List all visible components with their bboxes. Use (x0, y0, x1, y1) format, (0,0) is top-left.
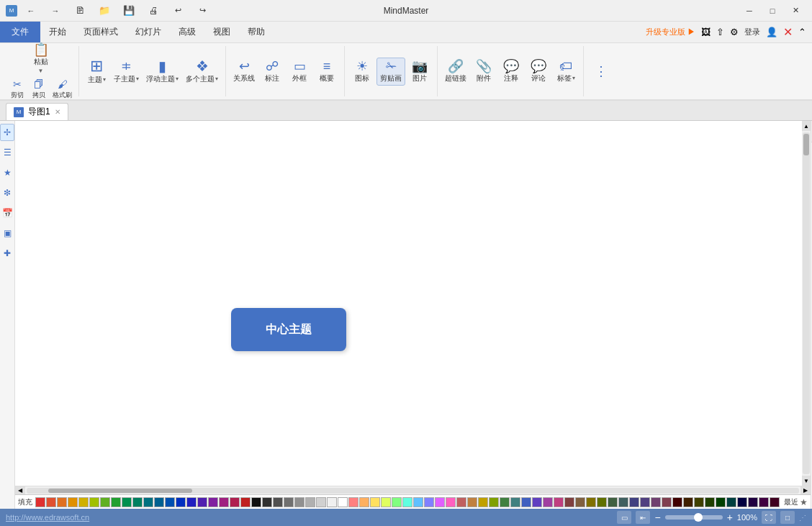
fit-page-button[interactable]: ▭ (617, 511, 631, 524)
palette-color-swatch[interactable] (370, 497, 380, 507)
scroll-down-button[interactable]: ▼ (802, 476, 811, 486)
palette-color-swatch[interactable] (208, 497, 218, 507)
palette-color-swatch[interactable] (284, 497, 294, 507)
palette-color-swatch[interactable] (446, 497, 456, 507)
close-button[interactable]: ✕ (785, 3, 806, 19)
more-button[interactable]: ⋮ (588, 63, 614, 79)
multi-theme-button[interactable]: ❖ 多个主题 ▾ (183, 58, 221, 86)
palette-color-swatch[interactable] (327, 497, 337, 507)
palette-color-swatch[interactable] (338, 497, 348, 507)
palette-color-swatch[interactable] (500, 497, 510, 507)
palette-color-swatch[interactable] (510, 497, 520, 507)
back-button[interactable]: ← (20, 3, 42, 19)
flower-tool-button[interactable]: ❇ (0, 184, 14, 201)
palette-color-swatch[interactable] (737, 497, 747, 507)
undo-button[interactable]: ↩ (167, 3, 189, 19)
palette-color-swatch[interactable] (694, 497, 704, 507)
palette-color-swatch[interactable] (240, 497, 251, 507)
window-view-button[interactable]: □ (780, 511, 795, 524)
expand-icon[interactable]: ⌃ (798, 27, 806, 37)
menu-file[interactable]: 文件 (0, 22, 40, 42)
menu-help[interactable]: 帮助 (239, 22, 274, 42)
table-tool-button[interactable]: ✚ (0, 245, 14, 262)
palette-color-swatch[interactable] (132, 497, 143, 507)
palette-color-swatch[interactable] (662, 497, 672, 507)
palette-color-swatch[interactable] (154, 497, 164, 507)
menu-page-format[interactable]: 页面样式 (75, 22, 127, 42)
select-tool-button[interactable]: ✢ (0, 124, 14, 141)
minimize-button[interactable]: ─ (739, 3, 760, 19)
status-link[interactable]: http://www.edrawsoft.cn (6, 513, 89, 522)
float-theme-button[interactable]: ▮ 浮动主题 ▾ (143, 58, 181, 86)
palette-color-swatch[interactable] (716, 497, 726, 507)
comment-button[interactable]: 💬 注释 (498, 58, 524, 85)
login-button[interactable]: 登录 (744, 27, 760, 37)
palette-color-swatch[interactable] (521, 497, 531, 507)
hyperlink-button[interactable]: 🔗 超链接 (442, 58, 469, 85)
palette-color-swatch[interactable] (46, 497, 56, 507)
attachment-button[interactable]: 📎 附件 (471, 58, 497, 85)
outer-frame-button[interactable]: ▭ 外框 (287, 58, 312, 85)
palette-color-swatch[interactable] (543, 497, 553, 507)
menu-home[interactable]: 开始 (40, 22, 75, 42)
copy-button[interactable]: 🗍 拷贝 (29, 77, 49, 101)
relation-button[interactable]: ↩ 关系线 (230, 58, 258, 85)
center-topic[interactable]: 中心主题 (231, 308, 346, 351)
palette-color-swatch[interactable] (35, 497, 45, 507)
palette-color-swatch[interactable] (456, 497, 466, 507)
tab-close-button[interactable]: ✕ (55, 108, 60, 116)
resize-handle[interactable]: ⋰ (799, 514, 806, 522)
h-scroll-track[interactable] (27, 488, 799, 494)
palette-color-swatch[interactable] (629, 497, 639, 507)
palette-color-swatch[interactable] (111, 497, 121, 507)
format-brush-button[interactable]: 🖌 格式刷 (50, 77, 74, 101)
menu-advanced[interactable]: 高级 (170, 22, 204, 42)
palette-color-swatch[interactable] (705, 497, 715, 507)
gallery-icon[interactable]: 🖼 (701, 27, 710, 37)
palette-color-swatch[interactable] (186, 497, 197, 507)
palette-color-swatch[interactable] (759, 497, 769, 507)
palette-color-swatch[interactable] (316, 497, 326, 507)
fullscreen-button[interactable]: ⛶ (762, 511, 776, 524)
palette-color-swatch[interactable] (219, 497, 229, 507)
palette-color-swatch[interactable] (608, 497, 618, 507)
menu-view[interactable]: 视图 (204, 22, 239, 42)
save-button[interactable]: 💾 (118, 3, 140, 19)
scroll-right-button[interactable]: ▶ (800, 486, 811, 495)
palette-color-swatch[interactable] (348, 497, 358, 507)
summary-button[interactable]: ≡ 概要 (314, 58, 340, 85)
list-tool-button[interactable]: ☰ (0, 144, 14, 161)
palette-star-icon[interactable]: ★ (800, 497, 808, 507)
cut-button[interactable]: ✂ 剪切 (7, 77, 27, 101)
palette-color-swatch[interactable] (586, 497, 596, 507)
palette-color-swatch[interactable] (230, 497, 240, 507)
palette-color-swatch[interactable] (122, 497, 132, 507)
palette-color-swatch[interactable] (165, 497, 175, 507)
print-button[interactable]: 🖨 (143, 3, 164, 19)
scroll-left-button[interactable]: ◀ (15, 486, 25, 495)
maximize-button[interactable]: □ (762, 3, 783, 19)
tab-diagram1[interactable]: M 导图1 ✕ (6, 103, 68, 120)
palette-color-swatch[interactable] (305, 497, 315, 507)
palette-color-swatch[interactable] (294, 497, 304, 507)
palette-color-swatch[interactable] (273, 497, 283, 507)
palette-color-swatch[interactable] (100, 497, 110, 507)
review-button[interactable]: 💬 评论 (525, 58, 551, 85)
palette-color-swatch[interactable] (68, 497, 78, 507)
sub-theme-button[interactable]: ⧧ 子主题 ▾ (111, 58, 142, 86)
mark-button[interactable]: ☍ 标注 (259, 58, 285, 85)
palette-color-swatch[interactable] (672, 497, 682, 507)
palette-color-swatch[interactable] (489, 497, 499, 507)
theme-button[interactable]: ⊞ 主题 ▾ (84, 57, 109, 86)
icon-button[interactable]: ☀ 图标 (349, 58, 375, 85)
palette-color-swatch[interactable] (435, 497, 445, 507)
palette-color-swatch[interactable] (770, 497, 780, 507)
user-icon[interactable]: 👤 (766, 27, 777, 37)
palette-color-swatch[interactable] (651, 497, 661, 507)
menu-slideshow[interactable]: 幻灯片 (127, 22, 170, 42)
palette-color-swatch[interactable] (424, 497, 434, 507)
forward-button[interactable]: → (45, 3, 66, 19)
palette-color-swatch[interactable] (564, 497, 574, 507)
zoom-minus-icon[interactable]: − (654, 512, 660, 523)
palette-color-swatch[interactable] (640, 497, 650, 507)
